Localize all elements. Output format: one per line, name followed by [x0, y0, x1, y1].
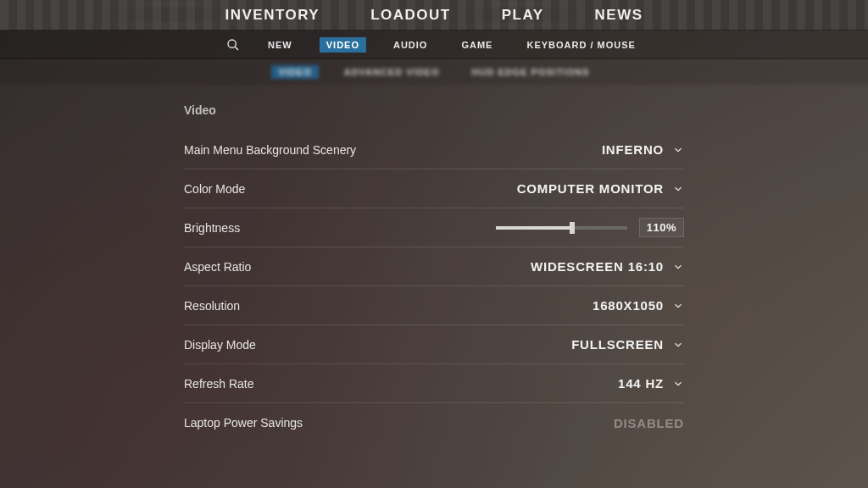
value-laptop-power: DISABLED	[614, 416, 684, 430]
settings-subcategory-bar: VIDEO ADVANCED VIDEO HUD EDGE POSITIONS	[0, 59, 868, 85]
cat-audio[interactable]: AUDIO	[387, 37, 434, 53]
label-refresh: Refresh Rate	[184, 377, 253, 391]
sub-advanced-video[interactable]: ADVANCED VIDEO	[337, 65, 447, 79]
slider-thumb[interactable]	[570, 222, 575, 234]
nav-news[interactable]: NEWS	[595, 7, 643, 24]
row-resolution: Resolution 1680X1050	[184, 286, 684, 325]
svg-line-1	[235, 47, 238, 50]
settings-category-bar: NEW VIDEO AUDIO GAME KEYBOARD / MOUSE	[0, 30, 868, 59]
cat-video[interactable]: VIDEO	[320, 37, 366, 53]
label-brightness: Brightness	[184, 221, 240, 235]
label-resolution: Resolution	[184, 299, 240, 313]
brightness-slider[interactable]	[496, 226, 627, 230]
chevron-down-icon	[672, 144, 684, 156]
row-display-mode: Display Mode FULLSCREEN	[184, 325, 684, 364]
label-color-mode: Color Mode	[184, 182, 245, 196]
row-laptop-power: Laptop Power Savings DISABLED	[184, 403, 684, 442]
nav-play[interactable]: PLAY	[502, 7, 544, 24]
row-bg-scenery: Main Menu Background Scenery INFERNO	[184, 130, 684, 169]
value-aspect: WIDESCREEN 16:10	[531, 259, 664, 274]
label-laptop-power: Laptop Power Savings	[184, 416, 303, 430]
cat-keyboard[interactable]: KEYBOARD / MOUSE	[520, 37, 642, 53]
chevron-down-icon	[672, 261, 684, 273]
chevron-down-icon	[672, 183, 684, 195]
main-nav: INVENTORY LOADOUT PLAY NEWS	[0, 0, 868, 30]
label-aspect: Aspect Ratio	[184, 260, 251, 274]
section-title: Video	[184, 103, 684, 117]
label-bg-scenery: Main Menu Background Scenery	[184, 143, 356, 157]
dropdown-display-mode[interactable]: FULLSCREEN	[571, 337, 684, 352]
value-display-mode: FULLSCREEN	[571, 337, 664, 352]
dropdown-resolution[interactable]: 1680X1050	[593, 298, 684, 313]
value-wrap-laptop-power: DISABLED	[614, 416, 684, 430]
row-aspect: Aspect Ratio WIDESCREEN 16:10	[184, 247, 684, 286]
chevron-down-icon	[672, 300, 684, 312]
value-bg-scenery: INFERNO	[602, 142, 664, 157]
brightness-control: 110%	[496, 218, 684, 237]
row-color-mode: Color Mode COMPUTER MONITOR	[184, 169, 684, 208]
dropdown-refresh[interactable]: 144 HZ	[618, 376, 684, 391]
svg-point-0	[228, 40, 236, 47]
cat-new[interactable]: NEW	[261, 37, 299, 53]
value-color-mode: COMPUTER MONITOR	[517, 181, 664, 196]
dropdown-aspect[interactable]: WIDESCREEN 16:10	[531, 259, 684, 274]
sub-video[interactable]: VIDEO	[271, 65, 318, 79]
value-refresh: 144 HZ	[618, 376, 664, 391]
row-refresh: Refresh Rate 144 HZ	[184, 364, 684, 403]
dropdown-bg-scenery[interactable]: INFERNO	[602, 142, 684, 157]
brightness-value-box[interactable]: 110%	[639, 218, 684, 237]
settings-panel: Video Main Menu Background Scenery INFER…	[184, 103, 684, 442]
row-brightness: Brightness 110%	[184, 208, 684, 247]
cat-game[interactable]: GAME	[454, 37, 499, 53]
search-icon[interactable]	[225, 37, 241, 53]
label-display-mode: Display Mode	[184, 338, 256, 352]
sub-hud-edge[interactable]: HUD EDGE POSITIONS	[465, 65, 597, 79]
chevron-down-icon	[672, 378, 684, 390]
nav-inventory[interactable]: INVENTORY	[225, 7, 320, 24]
value-resolution: 1680X1050	[593, 298, 664, 313]
dropdown-color-mode[interactable]: COMPUTER MONITOR	[517, 181, 684, 196]
nav-loadout[interactable]: LOADOUT	[370, 7, 451, 24]
chevron-down-icon	[672, 339, 684, 351]
